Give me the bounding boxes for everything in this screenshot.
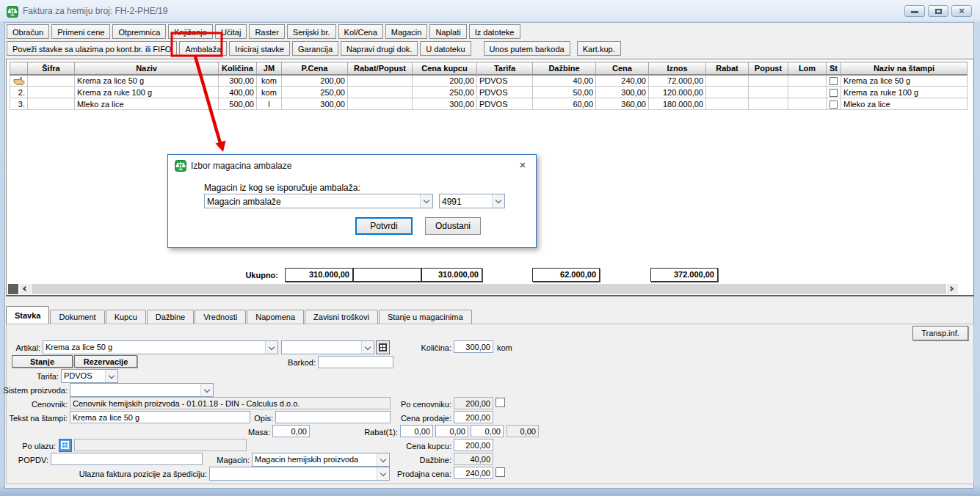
cell-sifra[interactable] xyxy=(28,75,75,87)
artikal-combobox[interactable]: Krema za lice 50 g xyxy=(43,340,278,354)
chevron-down-icon[interactable] xyxy=(265,341,277,354)
tab-napomena[interactable]: Napomena xyxy=(247,310,304,324)
artikal-code-combobox[interactable] xyxy=(281,340,374,354)
popdv-field[interactable] xyxy=(51,453,203,465)
cell-popust[interactable] xyxy=(749,87,788,98)
artikal-lookup-button[interactable] xyxy=(376,340,390,354)
chevron-down-icon[interactable] xyxy=(361,341,374,354)
scrollbar-corner-block[interactable] xyxy=(8,284,18,294)
cell-kolicina[interactable]: 500,00 xyxy=(219,98,257,110)
prodajna-cena-field[interactable] xyxy=(454,467,493,479)
cell-naziv[interactable]: Krema za lice 50 g xyxy=(75,75,219,87)
cell-popust[interactable] xyxy=(749,98,788,110)
cell-popust[interactable] xyxy=(749,75,788,87)
cell-cena-kupcu[interactable]: 250,00 xyxy=(413,87,477,98)
kart-kup-button[interactable]: Kart.kup. xyxy=(577,41,621,56)
cell-cena[interactable]: 300,00 xyxy=(596,87,649,98)
naplati-button[interactable]: Naplati xyxy=(429,24,466,39)
scroll-left-button[interactable] xyxy=(20,284,31,294)
cell-rabat[interactable] xyxy=(706,98,749,110)
barkod-field[interactable] xyxy=(318,356,393,368)
table-row[interactable]: 3. Mleko za lice 500,00 l 300,00 300,00 … xyxy=(10,98,968,110)
scroll-right-button[interactable] xyxy=(947,284,958,294)
kol-cena-button[interactable]: Kol/Cena xyxy=(338,24,383,39)
ucitaj-button[interactable]: Učitaj xyxy=(215,24,247,39)
tab-stavka[interactable]: Stavka xyxy=(6,306,49,324)
u-datoteku-button[interactable]: U datoteku xyxy=(420,41,471,56)
cell-tarifa[interactable]: PDVOS xyxy=(477,98,533,110)
cell-jm[interactable]: kom xyxy=(257,75,282,87)
table-row[interactable]: 2. Krema za ruke 100 g 400,00 kom 250,00… xyxy=(10,87,968,98)
cell-cena[interactable]: 240,00 xyxy=(596,75,649,87)
cell-dazbine[interactable]: 50,00 xyxy=(533,87,596,98)
tab-dokument[interactable]: Dokument xyxy=(50,310,104,324)
cell-jm[interactable]: kom xyxy=(257,87,282,98)
cell-tarifa[interactable]: PDVOS xyxy=(477,87,533,98)
cell-lom[interactable] xyxy=(788,75,827,87)
cena-prodaje-field[interactable] xyxy=(454,411,493,423)
cell-lom[interactable] xyxy=(788,87,827,98)
cell-rabat[interactable] xyxy=(706,75,749,87)
cell-pcena[interactable]: 250,00 xyxy=(282,87,348,98)
ambalaza-button[interactable]: Ambalaža xyxy=(179,41,227,56)
otpremnica-button[interactable]: Otpremnica xyxy=(112,24,166,39)
cell-iznos[interactable]: 72.000,00 xyxy=(649,75,706,87)
warehouse-combobox[interactable]: Magacin ambalaže xyxy=(204,194,433,208)
magacin-button[interactable]: Magacin xyxy=(385,24,428,39)
sistem-proizvoda-combobox[interactable] xyxy=(70,383,214,397)
cell-rownum[interactable]: 2. xyxy=(10,87,28,98)
cell-rabat-popust[interactable] xyxy=(348,75,413,87)
po-cenovniku-checkbox[interactable] xyxy=(496,398,505,407)
dialog-close-icon[interactable]: × xyxy=(516,158,529,172)
tab-dazbine[interactable]: Dažbine xyxy=(147,310,194,324)
cell-rownum[interactable]: 3. xyxy=(10,98,28,110)
chevron-down-icon[interactable] xyxy=(492,194,504,208)
povezi-stavke-button[interactable]: Poveži stavke sa ulazima po kont.br. ili… xyxy=(7,41,177,56)
cell-sifra[interactable] xyxy=(28,87,75,98)
primeni-cene-button[interactable]: Primeni cene xyxy=(51,24,110,39)
minimize-button[interactable] xyxy=(904,5,925,17)
cell-rabat-popust[interactable] xyxy=(348,87,413,98)
cell-cena[interactable]: 360,00 xyxy=(596,98,649,110)
rabat1-field-2[interactable] xyxy=(435,425,468,437)
cell-kolicina[interactable]: 400,00 xyxy=(219,87,257,98)
tab-zavisni-troskovi[interactable]: Zavisni troškovi xyxy=(305,310,378,324)
odustani-button[interactable]: Odustani xyxy=(425,217,481,235)
cell-rabat[interactable] xyxy=(706,87,749,98)
serijski-br-button[interactable]: Serijski br. xyxy=(287,24,336,39)
transp-inf-button[interactable]: Transp.inf. xyxy=(912,326,968,340)
cell-iznos[interactable]: 180.000,00 xyxy=(649,98,706,110)
cell-naziv-na-stampi[interactable]: Krema za ruke 100 g xyxy=(841,87,968,98)
st-checkbox[interactable] xyxy=(830,89,838,97)
cell-rabat-popust[interactable] xyxy=(348,98,413,110)
potvrdi-button[interactable]: Potvrdi xyxy=(355,217,413,235)
knjizenje-button[interactable]: Knjiženje xyxy=(168,24,213,39)
tab-kupcu[interactable]: Kupcu xyxy=(106,310,146,324)
cell-cena-kupcu[interactable]: 200,00 xyxy=(413,75,477,87)
tab-stanje-u-magacinima[interactable]: Stanje u magacinima xyxy=(379,310,472,324)
tab-vrednosti[interactable]: Vrednosti xyxy=(195,310,246,324)
stanje-button[interactable]: Stanje xyxy=(12,355,73,368)
cell-iznos[interactable]: 120.000,00 xyxy=(649,87,706,98)
cell-kolicina[interactable]: 300,00 xyxy=(219,75,257,87)
kolicina-field[interactable] xyxy=(454,340,493,353)
chevron-down-icon[interactable] xyxy=(200,384,213,396)
masa-field[interactable] xyxy=(272,425,310,437)
st-checkbox[interactable] xyxy=(830,101,838,109)
tarifa-combobox[interactable]: PDVOS xyxy=(61,369,118,383)
cell-lom[interactable] xyxy=(788,98,827,110)
prodajna-cena-checkbox[interactable] xyxy=(496,467,505,477)
cell-dazbine[interactable]: 60,00 xyxy=(533,98,596,110)
rabat1-field-3[interactable] xyxy=(471,425,504,437)
po-ulazu-lookup-button[interactable] xyxy=(59,439,72,452)
cell-cena-kupcu[interactable]: 300,00 xyxy=(413,98,477,110)
cell-pcena[interactable]: 200,00 xyxy=(282,75,348,87)
garancija-button[interactable]: Garancija xyxy=(292,41,338,56)
opis-field[interactable] xyxy=(275,411,391,423)
cena-kupcu-field[interactable] xyxy=(454,439,493,451)
cell-naziv-na-stampi[interactable]: Mleko za lice xyxy=(841,98,968,110)
close-button[interactable]: × xyxy=(951,5,972,17)
iz-datoteke-button[interactable]: Iz datoteke xyxy=(469,24,520,39)
raster-button[interactable]: Raster xyxy=(249,24,284,39)
napravi-drugi-dok-button[interactable]: Napravi drugi dok. xyxy=(341,41,418,56)
